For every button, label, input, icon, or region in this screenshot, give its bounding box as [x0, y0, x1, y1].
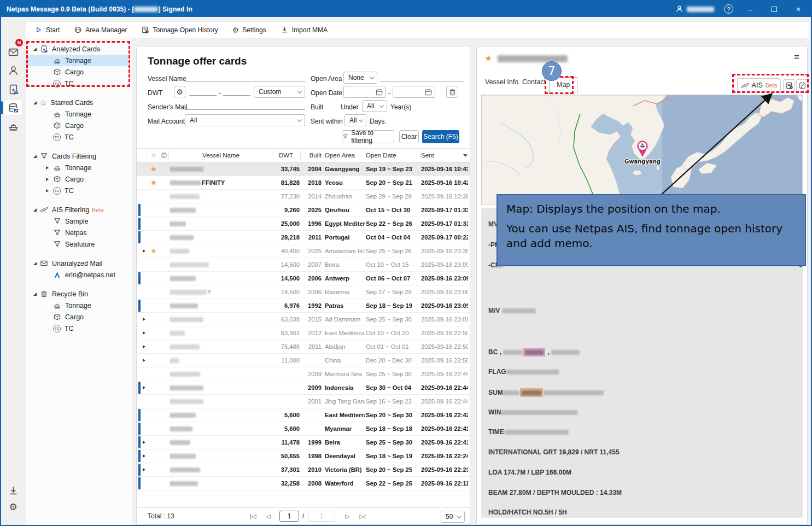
- table-row[interactable]: 6,9761992PatrasSep 18 ~ Sep 192025-09-16…: [137, 299, 470, 313]
- maximize-button[interactable]: [767, 7, 781, 12]
- row-star-icon[interactable]: [148, 217, 160, 230]
- toolbar-settings-button[interactable]: ⚙Settings: [232, 26, 266, 34]
- close-button[interactable]: ×: [791, 5, 805, 14]
- row-star-icon[interactable]: ★: [148, 176, 160, 189]
- row-expander[interactable]: [140, 326, 148, 340]
- toolbar-import-mma-button[interactable]: Import MMA: [281, 26, 328, 34]
- row-expander[interactable]: [140, 313, 148, 326]
- position-map[interactable]: Gwangyang: [481, 95, 803, 205]
- sidebar-item-sample[interactable]: Sample: [26, 215, 128, 227]
- table-row[interactable]: 5,600MyanmarSep 18 ~ Sep 182025-09-16 22…: [137, 422, 470, 436]
- account-button[interactable]: [675, 5, 714, 13]
- sent-header[interactable]: Sent: [421, 149, 468, 162]
- sidebar-item-tc[interactable]: TCTC: [26, 131, 128, 143]
- table-row[interactable]: 14,5002006AntwerpOct 06 ~ Oct 072025-09-…: [137, 272, 470, 285]
- table-row[interactable]: 2001Jing Tang GangSep 16 ~ Sep 232025-09…: [137, 395, 470, 408]
- table-row[interactable]: 63,0382015Ad DammamSep 25 ~ Sep 302025-0…: [137, 313, 470, 326]
- dwt-max-input[interactable]: [223, 86, 250, 96]
- expanded-twisty-icon[interactable]: [33, 208, 37, 212]
- row-star-icon[interactable]: [148, 381, 160, 394]
- collapsed-twisty-icon[interactable]: [46, 166, 49, 170]
- row-star-icon[interactable]: [148, 272, 160, 285]
- built-header[interactable]: Built: [301, 149, 322, 162]
- clear-button[interactable]: Clear: [399, 130, 419, 143]
- sidebar-item-seafuture[interactable]: Seafuture: [26, 238, 128, 250]
- menu-icon[interactable]: ≡: [794, 52, 799, 63]
- expanded-twisty-icon[interactable]: [33, 101, 37, 104]
- table-row[interactable]: 14,5002007BeiraOct 10 ~ Oct 152025-09-16…: [137, 258, 470, 272]
- tonnage-open-history-button[interactable]: [783, 79, 795, 91]
- open-date-header[interactable]: Open Date: [366, 149, 420, 162]
- dwt-preset-select[interactable]: Custom: [254, 86, 305, 98]
- first-page-button[interactable]: |◁: [250, 513, 256, 520]
- vessel-name-input[interactable]: [185, 72, 305, 81]
- toolbar-tonnage-open-history-button[interactable]: Tonnage Open History: [141, 26, 218, 34]
- sidebar-group-cards-filtering[interactable]: Cards Filtering: [26, 150, 132, 162]
- table-row[interactable]: ★FFINITY81,8282018YeosuSep 20 ~ Sep 2120…: [137, 176, 470, 190]
- star-column-header[interactable]: ☆: [148, 149, 160, 162]
- sidebar-item-erin-netpas-net[interactable]: erin@netpas.net: [26, 269, 128, 280]
- row-star-icon[interactable]: [148, 203, 160, 217]
- row-expander[interactable]: [140, 244, 148, 258]
- sidebar-item-tonnage[interactable]: Tonnage: [26, 55, 128, 66]
- open-date-from-input[interactable]: [343, 86, 386, 98]
- rail-settings-button[interactable]: ⚙: [4, 499, 22, 515]
- row-star-icon[interactable]: ★: [148, 162, 160, 176]
- row-star-icon[interactable]: [148, 326, 160, 340]
- table-row[interactable]: ★33,7452004GwangyangSep 19 ~ Sep 232025-…: [137, 162, 470, 176]
- table-row[interactable]: ★40,4002025Amsterdam Rotter...Sep 25 ~ S…: [137, 244, 470, 258]
- row-star-icon[interactable]: [148, 190, 160, 203]
- ais-button[interactable]: AISBeta: [737, 78, 781, 92]
- row-expander[interactable]: [140, 463, 148, 476]
- table-row[interactable]: 5,600East Mediterranea...Sep 20 ~ Sep 30…: [137, 408, 470, 422]
- rail-contacts-button[interactable]: [4, 63, 22, 78]
- save-to-filtering-button[interactable]: Save to filtering: [342, 130, 394, 143]
- sidebar-group-starred-cards[interactable]: ☆Starred Cards: [26, 97, 132, 108]
- expanded-twisty-icon[interactable]: [33, 48, 37, 51]
- vessel-name-header[interactable]: Vessel Name: [170, 149, 272, 162]
- sidebar-item-tonnage[interactable]: Tonnage: [26, 162, 128, 173]
- row-star-icon[interactable]: [148, 436, 160, 449]
- sidebar-group-analyzed-cards[interactable]: Analyzed Cards: [26, 43, 132, 55]
- page-size-select[interactable]: 50: [441, 511, 465, 523]
- sidebar-group-ais-filtering[interactable]: AIS FilteringBeta: [26, 204, 132, 215]
- row-star-icon[interactable]: [148, 395, 160, 408]
- table-row[interactable]: 11,4781999BeiraSep 25 ~ Sep 302025-09-16…: [137, 436, 470, 449]
- row-star-icon[interactable]: [148, 408, 160, 422]
- next-page-button[interactable]: ▷: [345, 513, 349, 520]
- minimize-button[interactable]: –: [743, 5, 757, 14]
- open-area-header[interactable]: Open Area: [325, 149, 365, 162]
- dwt-header[interactable]: DWT: [272, 149, 300, 162]
- search-button[interactable]: Search (F5): [422, 130, 459, 143]
- row-star-icon[interactable]: [148, 258, 160, 271]
- row-star-icon[interactable]: [148, 477, 160, 490]
- row-expander[interactable]: [140, 381, 148, 394]
- sidebar-item-tonnage[interactable]: Tonnage: [26, 300, 128, 311]
- tab-vessel-info[interactable]: Vessel Info: [485, 78, 518, 86]
- rail-analyzed-cards-button[interactable]: [4, 100, 22, 115]
- rail-mail-button[interactable]: [4, 44, 22, 60]
- expanded-twisty-icon[interactable]: [33, 155, 37, 158]
- toolbar-start-button[interactable]: Start: [34, 26, 60, 34]
- expanded-twisty-icon[interactable]: [33, 262, 37, 265]
- sidebar-item-tonnage[interactable]: Tonnage: [26, 108, 128, 120]
- row-star-icon[interactable]: [148, 449, 160, 463]
- table-row[interactable]: 9,2602025QinzhouOct 15 ~ Oct 302025-09-1…: [137, 203, 470, 217]
- table-row[interactable]: 2009IndonesiaSep 30 ~ Oct 042025-09-16 2…: [137, 381, 470, 395]
- built-select[interactable]: All: [362, 100, 387, 112]
- dwt-min-input[interactable]: [189, 86, 217, 96]
- favorite-star-icon[interactable]: ★: [484, 53, 492, 63]
- toolbar-area-manager-button[interactable]: Area Manager: [74, 26, 127, 34]
- row-star-icon[interactable]: [148, 285, 160, 299]
- help-button[interactable]: ?: [724, 4, 733, 14]
- sidebar-item-cargo[interactable]: Cargo: [26, 311, 128, 323]
- sidebar-item-tc[interactable]: TCTC: [26, 185, 128, 196]
- row-expander[interactable]: [140, 449, 148, 463]
- previous-page-button[interactable]: ◁: [266, 513, 270, 520]
- tab-contact[interactable]: Contact: [522, 78, 546, 86]
- sent-within-select[interactable]: All: [344, 114, 366, 126]
- row-star-icon[interactable]: [148, 313, 160, 326]
- table-row[interactable]: 11,000ChinaDec 20 ~ Dec 302025-09-16 22:…: [137, 354, 470, 367]
- table-row[interactable]: 37,3012010Victoria (BR)Sep 20 ~ Sep 2520…: [137, 463, 470, 477]
- sidebar-item-tc[interactable]: TCTC: [26, 78, 128, 89]
